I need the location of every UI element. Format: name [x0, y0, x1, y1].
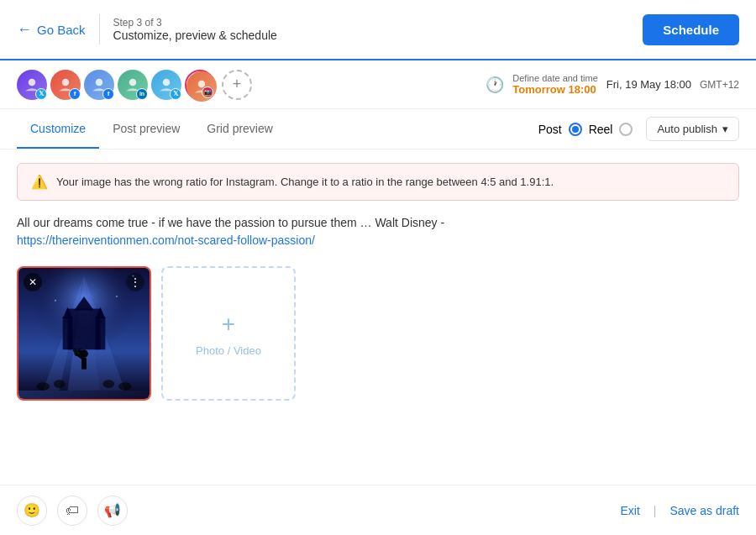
- post-content: All our dreams come true - if we have th…: [17, 216, 444, 229]
- tag-icon: 🏷: [66, 503, 79, 518]
- add-media-button[interactable]: + Photo / Video: [161, 266, 296, 401]
- step-number: Step 3 of 3: [113, 17, 277, 29]
- reel-label: Reel: [589, 123, 613, 136]
- nav-left: ← Go Back Step 3 of 3 Customize, preview…: [17, 14, 277, 45]
- twitter-badge: 𝕏: [35, 88, 47, 100]
- date-value: Fri, 19 May 18:00: [606, 78, 691, 91]
- tag-button[interactable]: 🏷: [57, 496, 87, 526]
- exit-button[interactable]: Exit: [621, 504, 640, 517]
- post-link[interactable]: https://thereinventionmen.com/not-scared…: [17, 233, 315, 247]
- time-value[interactable]: Tomorrow 18:00: [512, 83, 598, 96]
- clock-icon: 🕐: [486, 76, 504, 94]
- accounts-list: 𝕏 f f in 𝕏: [17, 70, 252, 100]
- instagram-badge: 📷: [202, 87, 213, 98]
- bottom-divider: |: [654, 504, 657, 517]
- account-facebook-2[interactable]: f: [84, 70, 114, 100]
- linkedin-badge: in: [136, 88, 148, 100]
- step-info: Step 3 of 3 Customize, preview & schedul…: [113, 17, 277, 42]
- megaphone-button[interactable]: 📢: [97, 496, 128, 526]
- date-time-info: Define date and time Tomorrow 18:00: [512, 73, 598, 96]
- date-time-section: 🕐 Define date and time Tomorrow 18:00 Fr…: [486, 73, 739, 96]
- svg-point-3: [129, 78, 137, 86]
- svg-point-5: [198, 80, 206, 87]
- bottom-right-actions: Exit | Save as draft: [621, 504, 739, 517]
- step-title: Customize, preview & schedule: [113, 29, 277, 42]
- plus-icon: +: [222, 311, 235, 338]
- schedule-button[interactable]: Schedule: [643, 14, 739, 45]
- add-media-label: Photo / Video: [196, 344, 261, 357]
- media-item-1[interactable]: ✕ ⋮: [17, 266, 151, 401]
- remove-media-button[interactable]: ✕: [24, 273, 42, 291]
- go-back-button[interactable]: ← Go Back: [17, 21, 86, 39]
- avatar-image: [186, 71, 217, 102]
- post-reel-toggle: Post Reel: [538, 123, 633, 136]
- back-arrow-icon: ←: [17, 21, 32, 39]
- media-overlay: ✕ ⋮: [18, 268, 150, 399]
- auto-publish-label: Auto publish: [657, 123, 717, 135]
- emoji-icon: 🙂: [24, 502, 40, 518]
- emoji-button[interactable]: 🙂: [17, 496, 47, 526]
- bottom-icons-group: 🙂 🏷 📢: [17, 496, 128, 526]
- timezone-value: GMT+12: [700, 79, 739, 91]
- account-twitter-1[interactable]: 𝕏: [17, 70, 47, 100]
- tabs-list: Customize Post preview Grid preview: [17, 110, 286, 149]
- facebook-badge-2: f: [102, 88, 114, 100]
- account-instagram[interactable]: 📷: [185, 70, 215, 100]
- tabs-right-controls: Post Reel Auto publish ▾: [538, 117, 739, 141]
- reel-radio[interactable]: [619, 123, 633, 136]
- account-twitter-2[interactable]: 𝕏: [151, 70, 181, 100]
- go-back-label: Go Back: [37, 23, 86, 37]
- tab-post-preview[interactable]: Post preview: [99, 110, 193, 149]
- top-nav: ← Go Back Step 3 of 3 Customize, preview…: [0, 0, 756, 60]
- account-facebook-1[interactable]: f: [50, 70, 81, 100]
- post-text-area: All our dreams come true - if we have th…: [17, 214, 739, 249]
- add-account-button[interactable]: +: [222, 70, 252, 100]
- media-row: ✕ ⋮ + Photo / Video: [17, 266, 739, 401]
- tab-grid-preview[interactable]: Grid preview: [193, 110, 286, 149]
- error-message: Your image has the wrong ratio for Insta…: [56, 176, 554, 188]
- main-content: ⚠️ Your image has the wrong ratio for In…: [0, 149, 756, 414]
- save-as-draft-button[interactable]: Save as draft: [670, 504, 740, 517]
- svg-point-0: [29, 78, 36, 86]
- error-banner: ⚠️ Your image has the wrong ratio for In…: [17, 163, 739, 201]
- warning-icon: ⚠️: [31, 174, 48, 190]
- twitter-badge-2: 𝕏: [170, 88, 181, 100]
- chevron-down-icon: ▾: [722, 123, 728, 135]
- facebook-badge: f: [69, 88, 81, 100]
- accounts-row: 𝕏 f f in 𝕏: [0, 60, 756, 109]
- svg-point-2: [96, 78, 103, 86]
- tabs-row: Customize Post preview Grid preview Post…: [0, 109, 756, 149]
- auto-publish-button[interactable]: Auto publish ▾: [646, 117, 739, 141]
- bottom-bar: 🙂 🏷 📢 Exit | Save as draft: [0, 485, 756, 535]
- megaphone-icon: 📢: [104, 502, 121, 518]
- post-radio[interactable]: [569, 123, 582, 136]
- svg-point-4: [163, 78, 171, 86]
- more-options-button[interactable]: ⋮: [126, 273, 144, 291]
- tab-customize[interactable]: Customize: [17, 110, 99, 149]
- post-label: Post: [538, 123, 562, 136]
- nav-separator: [99, 14, 100, 45]
- define-date-label: Define date and time: [512, 73, 598, 83]
- svg-point-1: [62, 78, 70, 86]
- account-linkedin[interactable]: in: [118, 70, 148, 100]
